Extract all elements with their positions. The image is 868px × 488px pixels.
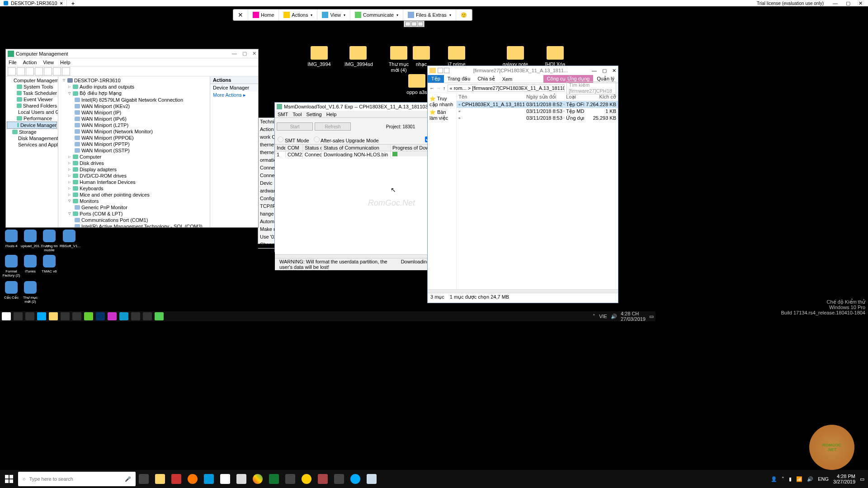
start-button[interactable]: Start (277, 122, 313, 131)
firefox-icon[interactable] (186, 473, 199, 485)
device-item[interactable]: WAN Miniport (PPPOE) (59, 135, 209, 141)
desktop-icon[interactable]: [HD] Xóa (542, 46, 569, 67)
tree-item[interactable]: Task Scheduler (7, 90, 57, 96)
app-icon[interactable] (235, 473, 248, 485)
device-item[interactable]: Communications Port (COM1) (59, 217, 209, 223)
menu-setting[interactable]: Setting (306, 112, 321, 117)
app-icon[interactable] (284, 473, 297, 485)
tv-new-tab[interactable]: ＋ (67, 0, 79, 7)
search-icon[interactable] (14, 312, 23, 320)
notification-icon[interactable]: ▭ (860, 476, 864, 482)
explorer-nav[interactable]: ⭐ Truy cập nhanh⭐ Bàn làm việc (428, 93, 457, 289)
desktop-icon[interactable]: iTools 4 (2, 230, 21, 248)
device-item[interactable]: Computer (59, 154, 209, 160)
tv-home[interactable]: Home (248, 9, 279, 20)
close-icon[interactable]: ✕ (612, 68, 616, 74)
device-item[interactable]: Monitors (59, 198, 209, 204)
app-icon[interactable] (333, 473, 345, 485)
app-icon[interactable] (316, 473, 329, 485)
device-item[interactable]: WAN Miniport (L2TP) (59, 122, 209, 128)
tree-item[interactable]: Disk Management (7, 135, 57, 141)
excel-icon[interactable] (268, 473, 280, 485)
volume-icon[interactable]: 🔊 (807, 476, 813, 482)
notification-icon[interactable]: ▭ (649, 314, 654, 319)
desktop-icon[interactable]: nhạc (408, 46, 435, 67)
desktop-icon[interactable]: Cốc Cốc (2, 281, 21, 300)
device-item[interactable]: WAN Miniport (Network Monitor) (59, 128, 209, 135)
smt-mode-radio[interactable]: SMT Mode (278, 136, 309, 143)
tree-item[interactable]: Device Manager (7, 122, 57, 129)
chrome-icon[interactable] (251, 473, 264, 485)
menu-action[interactable]: Action (23, 60, 37, 65)
maximize-icon[interactable]: ▢ (242, 51, 247, 56)
app-icon[interactable] (131, 312, 140, 320)
device-item[interactable]: WAN Miniport (IP) (59, 109, 209, 116)
device-item[interactable]: Mice and other pointing devices (59, 192, 209, 198)
device-item[interactable]: Disk drives (59, 160, 209, 166)
app-icon[interactable] (219, 473, 231, 485)
tree-item[interactable]: System Tools (7, 84, 57, 90)
minimize-icon[interactable]: — (833, 0, 838, 6)
explorer-icon[interactable] (154, 473, 166, 485)
tv-files[interactable]: Files & Extras (403, 9, 456, 20)
start-button[interactable] (0, 470, 18, 488)
volume-icon[interactable]: 🔊 (611, 314, 617, 319)
explorer-icon[interactable] (49, 312, 58, 320)
ps-icon[interactable] (96, 312, 105, 320)
menu-smt[interactable]: SMT (278, 112, 288, 117)
cm-device-tree[interactable]: DESKTOP-1RR3610Audio inputs and outputsB… (58, 76, 210, 227)
edge-icon[interactable] (37, 312, 46, 320)
desktop-icon[interactable]: IMG_3994sd (344, 46, 372, 67)
tree-item[interactable]: Shared Folders (7, 103, 57, 109)
device-item[interactable]: Audio inputs and outputs (59, 84, 209, 90)
tree-item[interactable]: Computer Management (Local (7, 77, 57, 84)
desktop-icon[interactable]: IMG_3994 (306, 46, 333, 67)
device-item[interactable]: WAN Miniport (SSTP) (59, 147, 209, 154)
wifi-icon[interactable]: 📶 (796, 476, 802, 482)
coccoc-icon[interactable] (84, 312, 93, 320)
desktop-icon[interactable]: TMAC v6 (40, 255, 59, 273)
tab-trangdau[interactable]: Trang đầu (444, 75, 474, 83)
desktop-icon[interactable]: iTunes (21, 255, 40, 273)
mic-icon[interactable]: 🎤 (125, 476, 131, 482)
file-row[interactable]: ▫ 03/11/2018 8:53 CHỨng dụng25.293 KB (457, 115, 618, 122)
minimize-icon[interactable]: — (232, 51, 237, 56)
tree-item[interactable]: Services and Applications (7, 141, 57, 148)
start-button[interactable] (2, 312, 11, 320)
taskview-icon[interactable] (25, 312, 34, 320)
menu-file[interactable]: File (9, 60, 17, 65)
tab-xem[interactable]: Xem (499, 75, 516, 83)
app-icon[interactable] (170, 473, 183, 485)
app-icon[interactable] (143, 312, 152, 320)
back-icon[interactable]: ← (429, 85, 434, 91)
tab-tep[interactable]: Tệp (428, 75, 444, 83)
app-icon[interactable] (108, 312, 117, 320)
device-item[interactable]: Generic PnP Monitor (59, 204, 209, 211)
tv-icon[interactable] (119, 312, 128, 320)
lang-indicator[interactable]: VIE (599, 314, 607, 319)
desktop-icon[interactable]: Format Factory (2) (2, 255, 21, 277)
tree-item[interactable]: Performance (7, 115, 57, 122)
device-root[interactable]: DESKTOP-1RR3610 (59, 77, 209, 84)
close-icon[interactable]: ✕ (859, 0, 863, 6)
tv-actions[interactable]: Actions (279, 9, 317, 20)
idm-icon[interactable] (155, 312, 164, 320)
after-sales-radio[interactable]: After-sales Upgrade Mode (314, 136, 379, 143)
menu-help[interactable]: Help (60, 60, 71, 65)
file-row[interactable]: ▫ 03/11/2018 8:53 CHTệp MD51 KB (457, 108, 618, 115)
notepad-icon[interactable] (365, 473, 378, 485)
desktop-icon[interactable]: j7 prime (443, 46, 470, 67)
forward-icon[interactable]: → (436, 85, 441, 91)
more-actions-link[interactable]: More Actions ▸ (210, 91, 258, 99)
tv-feedback[interactable]: 🙂 (456, 9, 472, 20)
refresh-button[interactable]: Refresh (315, 122, 351, 131)
desktop-icon[interactable]: upload_201... (21, 230, 40, 248)
taskview-icon[interactable] (137, 473, 150, 485)
cm-left-tree[interactable]: Computer Management (LocalSystem ToolsTa… (6, 76, 58, 227)
tv-communicate[interactable]: Communicate (350, 9, 403, 20)
up-icon[interactable]: ↑ (443, 85, 446, 91)
device-item[interactable]: Intel(R) Active Management Technology - … (59, 223, 209, 227)
device-item[interactable]: Intel(R) 82579LM Gigabit Network Connect… (59, 97, 209, 103)
device-item[interactable]: Display adapters (59, 166, 209, 173)
device-item[interactable]: WAN Miniport (PPTP) (59, 141, 209, 147)
